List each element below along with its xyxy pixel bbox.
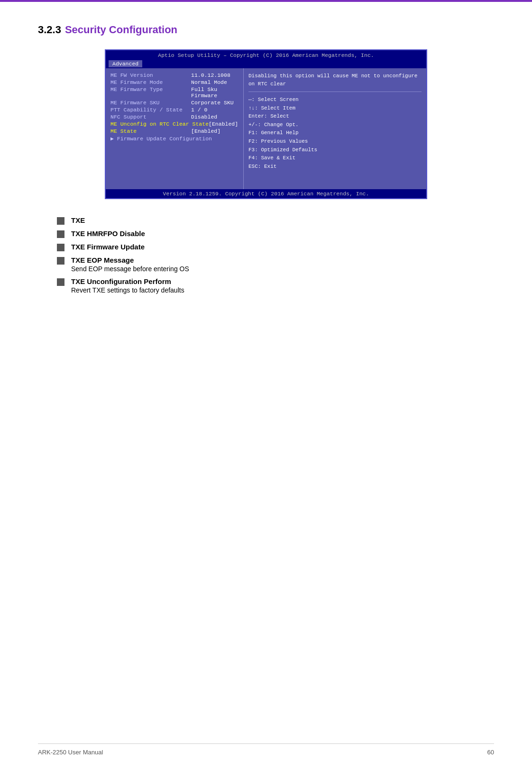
bios-screenshot: Aptio Setup Utility – Copyright (C) 2016… bbox=[105, 49, 427, 199]
bios-row-label: ME FW Version bbox=[110, 72, 191, 78]
bios-main-area: ME FW Version11.0.12.1008ME Firmware Mod… bbox=[106, 68, 426, 189]
bios-row-value: Corporate SKU bbox=[191, 100, 234, 106]
bios-row: ME Unconfig on RTC Clear State[Enabled] bbox=[110, 121, 238, 127]
bios-legend-item: F2: Previous Values bbox=[248, 138, 422, 146]
bios-row-label: ME Firmware SKU bbox=[110, 100, 191, 106]
section-number: 3.2.3 bbox=[38, 24, 61, 36]
bullet-square-icon bbox=[57, 217, 64, 225]
bullet-square-icon bbox=[57, 257, 64, 265]
footer-right: 60 bbox=[487, 749, 494, 756]
list-item: TXE Unconfiguration PerformRevert TXE se… bbox=[57, 277, 494, 294]
bios-row: ME Firmware ModeNormal Mode bbox=[110, 79, 238, 85]
bios-row-label: ME Firmware Type bbox=[110, 86, 191, 99]
bullet-square-icon bbox=[57, 244, 64, 251]
bios-legend-item: ESC: Exit bbox=[248, 163, 422, 171]
top-accent-bar bbox=[0, 0, 532, 2]
bullet-title: TXE EOP Message bbox=[71, 256, 134, 264]
bios-legend-item: +/-: Change Opt. bbox=[248, 121, 422, 129]
bullet-square-icon bbox=[57, 278, 64, 286]
bios-row: NFC SupportDisabled bbox=[110, 114, 238, 120]
bios-tab-bar: Advanced bbox=[106, 59, 426, 68]
bullet-square-icon bbox=[57, 230, 64, 238]
bios-row: ME State[Enabled] bbox=[110, 128, 238, 134]
bios-legend-item: Enter: Select bbox=[248, 112, 422, 121]
bios-left-spacer bbox=[110, 143, 238, 185]
bios-row-value: Full Sku Firmware bbox=[191, 86, 238, 99]
bullet-title: TXE bbox=[71, 216, 85, 224]
list-item: TXE EOP MessageSend EOP message before e… bbox=[57, 256, 494, 273]
bios-row-label: NFC Support bbox=[110, 114, 191, 120]
bullet-title: TXE Firmware Update bbox=[71, 243, 145, 251]
bios-right-panel: Disabling this option will cause ME not … bbox=[244, 68, 426, 189]
bios-footer: Version 2.18.1259. Copyright (C) 2016 Am… bbox=[106, 189, 426, 198]
bullet-content: TXE bbox=[71, 216, 494, 224]
bios-legend-item: ↑↓: Select Item bbox=[248, 104, 422, 113]
footer-left: ARK-2250 User Manual bbox=[38, 749, 103, 756]
bios-row-label: ME Unconfig on RTC Clear State bbox=[110, 121, 209, 127]
bios-row: ▶ Firmware Update Configuration bbox=[110, 135, 238, 142]
bullet-description: Revert TXE settings to factory defaults bbox=[71, 286, 494, 294]
bios-row-value: Disabled bbox=[191, 114, 217, 120]
bios-header: Aptio Setup Utility – Copyright (C) 2016… bbox=[106, 50, 426, 59]
bullet-description: Send EOP message before entering OS bbox=[71, 265, 494, 273]
list-item: TXE HMRFPO Disable bbox=[57, 229, 494, 238]
bios-row: ME FW Version11.0.12.1008 bbox=[110, 72, 238, 78]
bios-separator bbox=[248, 92, 422, 92]
bios-legend-item: F4: Save & Exit bbox=[248, 154, 422, 163]
section-title: Security Configuration bbox=[65, 24, 177, 36]
bios-legend: ↔: Select Screen↑↓: Select ItemEnter: Se… bbox=[248, 96, 422, 171]
page-footer: ARK-2250 User Manual 60 bbox=[38, 743, 494, 756]
bios-legend-item: ↔: Select Screen bbox=[248, 96, 422, 104]
bullet-content: TXE Unconfiguration PerformRevert TXE se… bbox=[71, 277, 494, 294]
bios-row-label: ▶ Firmware Update Configuration bbox=[110, 135, 212, 142]
bullet-content: TXE EOP MessageSend EOP message before e… bbox=[71, 256, 494, 273]
bullet-list: TXETXE HMRFPO DisableTXE Firmware Update… bbox=[57, 216, 494, 294]
bios-row-label: ME Firmware Mode bbox=[110, 79, 191, 85]
bullet-content: TXE HMRFPO Disable bbox=[71, 229, 494, 238]
bios-row-value: [Enabled] bbox=[191, 128, 220, 134]
bios-row-label: ME State bbox=[110, 128, 191, 134]
bios-left-panel: ME FW Version11.0.12.1008ME Firmware Mod… bbox=[106, 68, 243, 189]
bios-row: ME Firmware TypeFull Sku Firmware bbox=[110, 86, 238, 99]
bios-legend-item: F3: Optimized Defaults bbox=[248, 146, 422, 155]
bios-tab-advanced: Advanced bbox=[109, 60, 142, 67]
bios-row: PTT Capability / State1 / 0 bbox=[110, 107, 238, 113]
bios-legend-item: F1: General Help bbox=[248, 129, 422, 138]
bullet-title: TXE HMRFPO Disable bbox=[71, 229, 145, 238]
bios-row-label: PTT Capability / State bbox=[110, 107, 191, 113]
bullet-content: TXE Firmware Update bbox=[71, 243, 494, 251]
list-item: TXE Firmware Update bbox=[57, 243, 494, 251]
bios-row: ME Firmware SKUCorporate SKU bbox=[110, 100, 238, 106]
section-heading: 3.2.3 Security Configuration bbox=[38, 24, 494, 36]
bios-help-text: Disabling this option will cause ME not … bbox=[248, 72, 422, 88]
bios-row-value: 11.0.12.1008 bbox=[191, 72, 230, 78]
bios-row-value: [Enabled] bbox=[209, 121, 238, 127]
bullet-title: TXE Unconfiguration Perform bbox=[71, 277, 171, 285]
bios-row-value: Normal Mode bbox=[191, 79, 227, 85]
bios-row-value: 1 / 0 bbox=[191, 107, 208, 113]
list-item: TXE bbox=[57, 216, 494, 225]
